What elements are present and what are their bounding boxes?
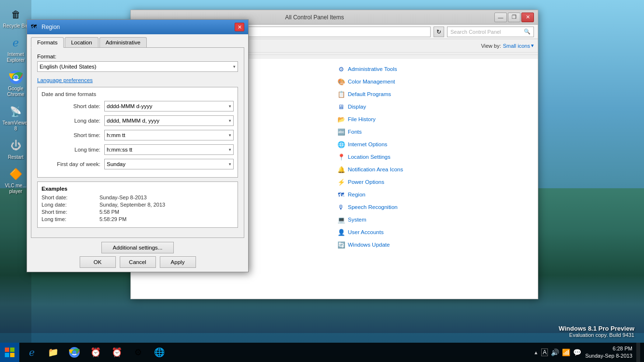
tab-administrative[interactable]: Administrative (99, 37, 147, 47)
speech-icon: 🎙 (337, 203, 345, 211)
tray-notification-icon[interactable]: 💬 (573, 348, 581, 356)
taskbar-chrome[interactable] (65, 344, 84, 361)
cp-item-internet-options[interactable]: 🌐 Internet Options (335, 138, 532, 151)
system-tray: ▲ A 🔊 📶 💬 6:28 PM Sunday-Sep 8-2013 (530, 343, 644, 362)
taskbar-app-settings[interactable]: ⚙ (128, 344, 148, 361)
display-icon: 🖥 (337, 103, 345, 111)
cp-item-file-history[interactable]: 📂 File History (335, 113, 532, 125)
cp-item-user-accounts[interactable]: 👤 User Accounts (335, 226, 532, 238)
search-placeholder: Search Control Panel (450, 29, 501, 35)
cp-item-display[interactable]: 🖥 Display (335, 100, 532, 113)
tray-hide-icon[interactable]: ▲ (533, 350, 538, 355)
dropdown-arrow-icon: ▾ (531, 42, 534, 49)
start-button[interactable] (0, 343, 19, 362)
example-long-time: Long time: 5:58:29 PM (42, 216, 234, 222)
clock-time: 6:28 PM (585, 345, 632, 352)
teamviewer-icon: 📡 (8, 104, 24, 119)
cp-item-speech[interactable]: 🎙 Speech Recognition (335, 201, 532, 213)
long-date-select[interactable]: dddd, MMMM d, yyyy ▾ (104, 115, 234, 126)
notification-label: Notification Area Icons (348, 167, 403, 172)
system-clock[interactable]: 6:28 PM Sunday-Sep 8-2013 (581, 345, 636, 360)
windows-update-icon: 🔄 (337, 241, 345, 249)
example-short-date: Short date: Sunday-Sep 8-2013 (42, 195, 234, 200)
chrome-label: Google Chrome (2, 86, 29, 97)
long-time-select[interactable]: h:mm:ss tt ▾ (104, 144, 234, 155)
ie-label: Internet Explorer (2, 52, 29, 63)
view-dropdown[interactable]: Small icons ▾ (503, 42, 534, 49)
cp-item-admin-tools[interactable]: ⚙ Administrative Tools (335, 63, 532, 75)
internet-options-icon: 🌐 (337, 140, 345, 148)
datetime-section-title: Date and time formats (42, 91, 234, 97)
short-date-value: dddd-MMM d-yyyy (107, 103, 153, 109)
taskbar-app-red[interactable]: ⏰ (86, 344, 105, 361)
tab-location[interactable]: Location (65, 37, 98, 47)
dialog-close-button[interactable]: ✕ (235, 23, 244, 31)
os-title: Windows 8.1 Pro Preview (559, 325, 634, 332)
tab-formats[interactable]: Formats (31, 37, 64, 48)
short-time-select[interactable]: h:mm tt ▾ (104, 130, 234, 140)
ok-button[interactable]: OK (80, 256, 116, 268)
taskbar-ie[interactable]: ℯ (22, 344, 42, 361)
cp-item-power[interactable]: ⚡ Power Options (335, 176, 532, 188)
format-select[interactable]: English (United States) ▾ (37, 61, 238, 72)
file-history-icon: 📂 (337, 115, 345, 123)
first-day-select[interactable]: Sunday ▾ (104, 159, 234, 169)
format-value: English (United States) (40, 64, 97, 70)
svg-rect-4 (5, 348, 9, 352)
shutdown-icon: ⏻ (8, 138, 24, 153)
vlc-icon: 🔶 (8, 167, 24, 182)
desktop-icon-vlc[interactable]: 🔶 VLC me... player (1, 165, 30, 196)
admin-tools-label: Administrative Tools (348, 66, 397, 72)
default-programs-label: Default Programs (348, 91, 391, 97)
desktop-icon-teamviewer[interactable]: 📡 TeamViewer 8 (1, 102, 30, 134)
short-date-select[interactable]: dddd-MMM d-yyyy ▾ (104, 101, 234, 111)
file-history-label: File History (348, 116, 376, 122)
show-desktop-button[interactable] (636, 343, 640, 362)
short-time-label: Short time: (42, 132, 104, 138)
desktop-icon-shutdown[interactable]: ⏻ Restart (1, 136, 30, 162)
cp-item-color-mgmt[interactable]: 🎨 Color Management (335, 75, 532, 88)
user-accounts-icon: 👤 (337, 228, 345, 236)
taskbar-apps: ℯ 📁 ⏰ ⏰ ⚙ (19, 344, 530, 361)
windows-update-label: Windows Update (348, 242, 390, 248)
desktop-icon-recycle-bin[interactable]: 🗑 Recycle Bin (1, 5, 30, 31)
short-date-label: Short date: (42, 103, 104, 109)
short-time-arrow-icon: ▾ (229, 133, 231, 138)
first-day-value: Sunday (107, 161, 126, 167)
search-box[interactable]: Search Control Panel 🔍 (447, 27, 534, 37)
dialog-titlebar: 🗺 Region ✕ (27, 20, 248, 34)
cancel-button[interactable]: Cancel (120, 256, 156, 268)
ie-icon: ℯ (8, 35, 24, 51)
minimize-button[interactable]: — (494, 13, 507, 22)
taskbar-app-clock[interactable]: ⏰ (107, 344, 126, 361)
additional-settings-button[interactable]: Additional settings... (101, 242, 174, 253)
cp-item-default-programs[interactable]: 📋 Default Programs (335, 88, 532, 100)
cp-item-system[interactable]: 💻 System (335, 213, 532, 226)
first-day-arrow-icon: ▾ (229, 162, 231, 167)
region-dialog: 🗺 Region ✕ Formats Location Administrati… (27, 19, 249, 272)
language-preferences-link[interactable]: Language preferences (37, 77, 93, 83)
refresh-button[interactable]: ↻ (434, 27, 444, 37)
cp-item-location[interactable]: 📍 Location Settings (335, 151, 532, 163)
tray-ime-icon[interactable]: A (541, 348, 548, 356)
fonts-label: Fonts (348, 129, 362, 135)
cp-item-fonts[interactable]: 🔤 Fonts (335, 125, 532, 138)
region-icon: 🗺 (337, 191, 345, 198)
taskbar-app-network[interactable]: 🌐 (150, 344, 169, 361)
search-icon: 🔍 (524, 28, 531, 35)
close-button[interactable]: ✕ (521, 13, 534, 22)
tray-volume-icon[interactable]: 🔊 (551, 348, 559, 356)
tray-network-icon[interactable]: 📶 (562, 348, 570, 356)
desktop-icon-ie[interactable]: ℯ Internet Explorer (1, 33, 30, 65)
restore-button[interactable]: ❐ (508, 13, 520, 22)
example-long-date-label: Long date: (42, 202, 99, 208)
desktop-icon-chrome[interactable]: Google Chrome (1, 68, 30, 99)
apply-button[interactable]: Apply (160, 256, 196, 268)
cp-item-notification[interactable]: 🔔 Notification Area Icons (335, 163, 532, 176)
taskbar-file-explorer[interactable]: 📁 (43, 344, 63, 361)
example-long-time-value: 5:58:29 PM (99, 216, 126, 222)
cp-item-region[interactable]: 🗺 Region (335, 188, 532, 201)
recycle-bin-label: Recycle Bin (3, 23, 28, 29)
cp-item-windows-update[interactable]: 🔄 Windows Update (335, 238, 532, 251)
datetime-formats-box: Date and time formats Short date: dddd-M… (37, 87, 238, 178)
